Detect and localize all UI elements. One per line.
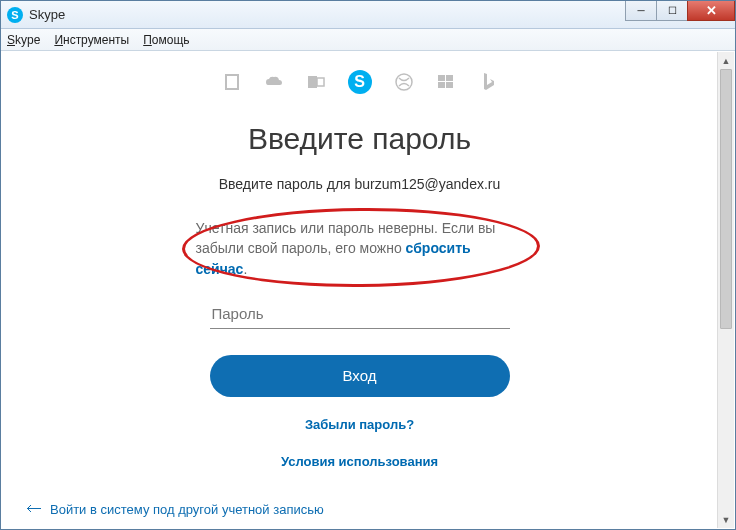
vertical-scrollbar[interactable]: ▲ ▼: [717, 52, 734, 528]
scroll-down-arrow[interactable]: ▼: [718, 511, 734, 528]
skype-active-icon: S: [348, 70, 372, 94]
svg-rect-2: [317, 78, 324, 86]
windows-icon: [436, 72, 456, 92]
maximize-button[interactable]: ☐: [656, 1, 688, 21]
close-button[interactable]: ✕: [687, 1, 735, 21]
content-area: S Введите пароль Введите пароль для burz…: [2, 52, 734, 528]
svg-rect-0: [226, 75, 238, 89]
outlook-icon: [306, 72, 326, 92]
minimize-button[interactable]: ─: [625, 1, 657, 21]
scroll-up-arrow[interactable]: ▲: [718, 52, 734, 69]
menu-help[interactable]: Помощь: [143, 33, 189, 47]
menu-skype[interactable]: Skype: [7, 33, 40, 47]
back-link-label: Войти в систему под другой учетной запис…: [50, 502, 324, 517]
back-link[interactable]: 🡐 Войти в систему под другой учетной зап…: [26, 500, 324, 518]
menu-tools[interactable]: Инструменты: [54, 33, 129, 47]
login-panel: S Введите пароль Введите пароль для burz…: [2, 52, 717, 528]
window-controls: ─ ☐ ✕: [626, 1, 735, 21]
titlebar: S Skype ─ ☐ ✕: [1, 1, 735, 29]
svg-point-3: [396, 74, 412, 90]
xbox-icon: [394, 72, 414, 92]
login-button[interactable]: Вход: [210, 355, 510, 397]
svg-rect-5: [446, 75, 453, 81]
svg-rect-7: [446, 82, 453, 88]
skype-icon: S: [7, 7, 23, 23]
onedrive-icon: [264, 72, 284, 92]
bing-icon: [478, 72, 498, 92]
scroll-thumb[interactable]: [720, 69, 732, 329]
svg-rect-1: [308, 76, 317, 88]
error-message: Учетная запись или пароль неверны. Если …: [190, 214, 530, 283]
app-window: S Skype ─ ☐ ✕ Skype Инструменты Помощь S…: [0, 0, 736, 530]
service-icons: S: [222, 70, 498, 94]
error-tail: .: [243, 261, 247, 277]
svg-rect-6: [438, 82, 445, 88]
password-input[interactable]: [210, 301, 510, 329]
svg-rect-4: [438, 75, 445, 81]
page-subheading: Введите пароль для burzum125@yandex.ru: [219, 176, 501, 192]
office-icon: [222, 72, 242, 92]
window-title: Skype: [29, 7, 65, 22]
terms-link[interactable]: Условия использования: [281, 454, 438, 469]
page-heading: Введите пароль: [248, 122, 471, 156]
menubar: Skype Инструменты Помощь: [1, 29, 735, 51]
forgot-password-link[interactable]: Забыли пароль?: [305, 417, 414, 432]
arrow-left-icon: 🡐: [26, 500, 42, 518]
